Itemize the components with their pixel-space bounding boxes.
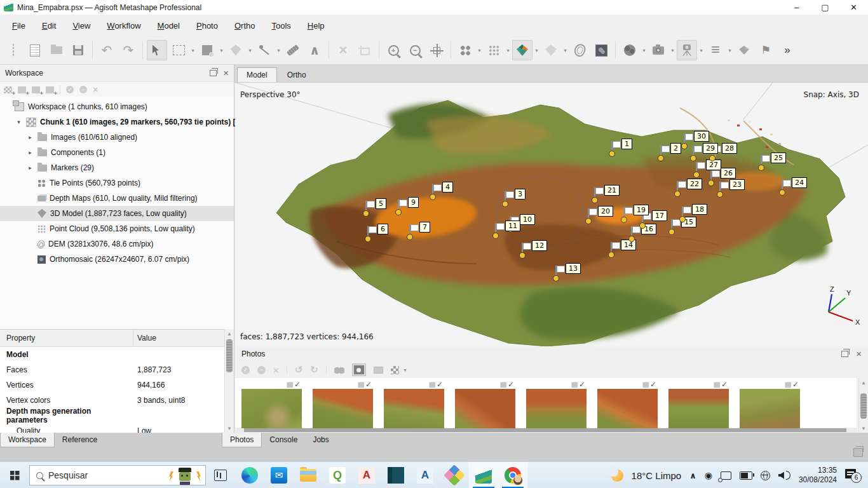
tray-chevron-up-icon[interactable]: ∧: [689, 471, 696, 480]
select-arrow-button[interactable]: [147, 40, 167, 60]
scrollbar-thumb[interactable]: [860, 393, 867, 419]
minimize-button[interactable]: –: [782, 0, 811, 15]
tray-volume-icon[interactable]: [778, 472, 784, 479]
tab-workspace[interactable]: Workspace: [0, 433, 55, 447]
grid-lines-button[interactable]: [705, 40, 726, 60]
grip-button[interactable]: [3, 40, 24, 60]
view-grid-button[interactable]: [391, 366, 399, 374]
start-button[interactable]: [0, 462, 29, 488]
draw-point-button[interactable]: [254, 40, 275, 60]
rect-selection-button[interactable]: [168, 40, 189, 60]
view-grid-dropdown-arrow[interactable]: ▾: [402, 363, 409, 376]
menu-help[interactable]: Help: [299, 18, 333, 33]
ruler-button[interactable]: [283, 40, 303, 60]
tab-reference[interactable]: Reference: [55, 433, 105, 447]
point-cloud-dropdown-arrow[interactable]: ▾: [505, 40, 512, 60]
tray-network-icon[interactable]: [761, 471, 770, 480]
model-viewport[interactable]: 1234567910111213141516171819202122232425…: [235, 83, 868, 346]
menu-workflow[interactable]: Workflow: [98, 18, 149, 33]
new-document-button[interactable]: [25, 40, 45, 60]
weather-text[interactable]: 18°C Limpo: [632, 470, 682, 481]
scroll-up-icon[interactable]: ▲: [859, 378, 868, 387]
open-folder-button[interactable]: [46, 40, 67, 60]
tree-item[interactable]: ▸Components (1): [0, 145, 234, 160]
thumbnail-image[interactable]: [241, 389, 302, 428]
taskbar-app-civil3d[interactable]: A: [410, 462, 440, 488]
taskbar-app-arcgis[interactable]: [440, 462, 469, 488]
thumbnail-size-button[interactable]: [374, 367, 383, 374]
resize-grip[interactable]: [853, 448, 863, 457]
photo-thumbnail[interactable]: ✓: [668, 381, 729, 428]
point-cloud-button[interactable]: [484, 40, 504, 60]
thumbnail-image[interactable]: [384, 389, 444, 428]
thumbnail-image[interactable]: [526, 389, 587, 428]
expand-right-icon[interactable]: ▸: [27, 149, 34, 156]
thumbnail-image[interactable]: [455, 389, 515, 428]
taskbar-app-task-view[interactable]: [206, 462, 235, 488]
tie-points-button[interactable]: [455, 40, 475, 60]
menu-file[interactable]: File: [4, 18, 34, 33]
menu-view[interactable]: View: [64, 18, 98, 33]
model-shaded-button[interactable]: [512, 40, 532, 60]
taskbar-clock[interactable]: 13:35 30/08/2024: [799, 466, 837, 485]
camera-station-dropdown-arrow[interactable]: ▾: [698, 40, 705, 60]
zoom-in-button[interactable]: [383, 40, 403, 60]
taskbar-app-teal-app[interactable]: [381, 462, 410, 488]
tab-ortho[interactable]: Ortho: [278, 68, 315, 82]
zoom-out-button[interactable]: [405, 40, 425, 60]
scroll-down-icon[interactable]: ▼: [225, 424, 234, 433]
model-wireframe-dropdown-arrow[interactable]: ▾: [562, 40, 569, 60]
camera-button[interactable]: [648, 40, 668, 60]
taskbar-app-autocad[interactable]: A: [352, 462, 381, 488]
add-marker-button[interactable]: [32, 86, 40, 93]
photo-thumbnail[interactable]: ✓: [384, 381, 444, 428]
menu-ortho[interactable]: Ortho: [226, 18, 264, 33]
camera-dropdown-arrow[interactable]: ▾: [669, 40, 676, 60]
undo-button[interactable]: [97, 40, 117, 60]
draw-point-dropdown-arrow[interactable]: ▾: [275, 40, 282, 60]
photo-thumbnail[interactable]: ✓: [313, 381, 373, 428]
overflow-button[interactable]: [777, 40, 797, 60]
expand-down-icon[interactable]: ▾: [15, 119, 22, 125]
view-details-button[interactable]: [352, 363, 366, 376]
rect-selection-dropdown-arrow[interactable]: ▾: [189, 40, 196, 60]
photos-float-icon[interactable]: [841, 351, 848, 357]
photo-thumbnail[interactable]: ✓: [740, 381, 800, 428]
filter-photos-button[interactable]: [334, 367, 344, 374]
shapes-button[interactable]: [734, 40, 754, 60]
add-chunk-button[interactable]: [4, 86, 12, 93]
globe-dropdown-arrow[interactable]: ▾: [641, 40, 648, 60]
expand-right-icon[interactable]: ▸: [27, 165, 34, 171]
tab-model[interactable]: Model: [237, 67, 277, 82]
maximize-button[interactable]: ▢: [811, 0, 839, 15]
tree-item[interactable]: ▸Images (610/610 aligned): [0, 130, 234, 145]
menu-photo[interactable]: Photo: [188, 18, 226, 33]
angle-button[interactable]: [304, 40, 325, 60]
tray-cast-icon[interactable]: [721, 471, 731, 480]
orthomosaic-button[interactable]: [591, 40, 611, 60]
menu-tools[interactable]: Tools: [264, 18, 299, 33]
tree-item[interactable]: Workspace (1 chunks, 610 images): [0, 99, 234, 114]
move-region-button[interactable]: [197, 40, 217, 60]
tree-item[interactable]: Tie Points (560,793 points): [0, 175, 234, 191]
tree-item[interactable]: ▾Chunk 1 (610 images, 29 markers, 560,79…: [0, 114, 234, 130]
expand-right-icon[interactable]: ▸: [27, 134, 34, 140]
globe-button[interactable]: [620, 40, 640, 60]
scrollbar-thumb[interactable]: [244, 428, 846, 432]
weather-moon-icon[interactable]: [611, 470, 623, 482]
photo-thumbnail[interactable]: ✓: [526, 381, 587, 428]
photos-horizontal-scrollbar[interactable]: [235, 428, 857, 433]
taskbar-search[interactable]: Pesquisar: [29, 465, 206, 485]
photo-thumbnail[interactable]: ✓: [241, 381, 302, 428]
menu-edit[interactable]: Edit: [34, 18, 64, 33]
tie-points-dropdown-arrow[interactable]: ▾: [476, 40, 483, 60]
tree-item[interactable]: 3D Model (1,887,723 faces, Low quality): [0, 206, 234, 221]
move-region-dropdown-arrow[interactable]: ▾: [218, 40, 225, 60]
rotate-object-button[interactable]: [226, 40, 246, 60]
scrollbar-thumb[interactable]: [226, 339, 233, 372]
tab-console[interactable]: Console: [262, 433, 305, 447]
taskbar-app-mail[interactable]: [264, 462, 294, 488]
tab-jobs[interactable]: Jobs: [305, 433, 336, 447]
workspace-close-icon[interactable]: ×: [223, 70, 229, 76]
scroll-up-icon[interactable]: ▲: [225, 329, 234, 338]
